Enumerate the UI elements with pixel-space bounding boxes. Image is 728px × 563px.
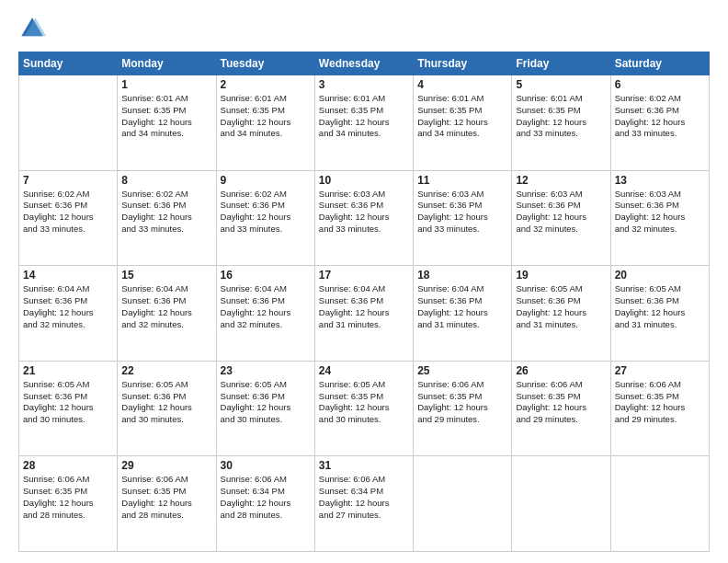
page: SundayMondayTuesdayWednesdayThursdayFrid… [0, 0, 728, 563]
cell-day-number: 25 [417, 364, 507, 377]
cell-info: Sunrise: 6:05 AMSunset: 6:35 PMDaylight:… [319, 379, 409, 426]
cell-day-number: 9 [221, 174, 311, 187]
cell-day-number: 11 [417, 174, 507, 187]
calendar-cell: 8Sunrise: 6:02 AMSunset: 6:36 PMDaylight… [118, 170, 216, 266]
cell-day-number: 3 [319, 78, 409, 91]
day-header-thursday: Thursday [414, 52, 512, 75]
cell-info: Sunrise: 6:01 AMSunset: 6:35 PMDaylight:… [417, 93, 507, 140]
calendar-cell: 31Sunrise: 6:06 AMSunset: 6:34 PMDayligh… [314, 456, 413, 552]
cell-day-number: 2 [221, 78, 311, 91]
calendar-cell: 26Sunrise: 6:06 AMSunset: 6:35 PMDayligh… [512, 361, 610, 456]
cell-info: Sunrise: 6:04 AMSunset: 6:36 PMDaylight:… [319, 283, 409, 330]
cell-day-number: 4 [417, 78, 507, 91]
calendar-cell: 18Sunrise: 6:04 AMSunset: 6:36 PMDayligh… [414, 266, 512, 362]
cell-day-number: 12 [516, 174, 606, 187]
calendar-cell: 27Sunrise: 6:06 AMSunset: 6:35 PMDayligh… [610, 361, 709, 456]
cell-day-number: 14 [23, 269, 113, 282]
calendar-cell: 5Sunrise: 6:01 AMSunset: 6:35 PMDaylight… [512, 75, 610, 171]
cell-day-number: 28 [23, 459, 113, 472]
day-header-sunday: Sunday [19, 52, 118, 75]
calendar-week-4: 21Sunrise: 6:05 AMSunset: 6:36 PMDayligh… [19, 361, 710, 456]
cell-info: Sunrise: 6:01 AMSunset: 6:35 PMDaylight:… [221, 93, 311, 140]
cell-day-number: 1 [121, 78, 211, 91]
cell-info: Sunrise: 6:01 AMSunset: 6:35 PMDaylight:… [516, 93, 606, 140]
calendar-cell: 14Sunrise: 6:04 AMSunset: 6:36 PMDayligh… [19, 266, 118, 362]
calendar-cell: 1Sunrise: 6:01 AMSunset: 6:35 PMDaylight… [118, 75, 216, 171]
cell-day-number: 7 [23, 174, 113, 187]
calendar-cell: 21Sunrise: 6:05 AMSunset: 6:36 PMDayligh… [19, 361, 118, 456]
cell-info: Sunrise: 6:04 AMSunset: 6:36 PMDaylight:… [417, 283, 507, 330]
calendar-week-5: 28Sunrise: 6:06 AMSunset: 6:35 PMDayligh… [19, 456, 710, 552]
cell-info: Sunrise: 6:01 AMSunset: 6:35 PMDaylight:… [121, 93, 211, 140]
cell-day-number: 27 [615, 364, 705, 377]
logo-icon [18, 15, 46, 42]
calendar-cell: 15Sunrise: 6:04 AMSunset: 6:36 PMDayligh… [118, 266, 216, 362]
calendar-cell: 6Sunrise: 6:02 AMSunset: 6:36 PMDaylight… [610, 75, 709, 171]
cell-day-number: 22 [121, 364, 211, 377]
cell-info: Sunrise: 6:02 AMSunset: 6:36 PMDaylight:… [23, 189, 113, 236]
calendar-cell: 24Sunrise: 6:05 AMSunset: 6:35 PMDayligh… [314, 361, 413, 456]
day-header-saturday: Saturday [610, 52, 709, 75]
calendar-table: SundayMondayTuesdayWednesdayThursdayFrid… [18, 52, 710, 552]
cell-info: Sunrise: 6:03 AMSunset: 6:36 PMDaylight:… [516, 189, 606, 236]
day-header-monday: Monday [118, 52, 216, 75]
cell-day-number: 17 [319, 269, 409, 282]
calendar-week-1: 1Sunrise: 6:01 AMSunset: 6:35 PMDaylight… [19, 75, 710, 171]
calendar-cell: 22Sunrise: 6:05 AMSunset: 6:36 PMDayligh… [118, 361, 216, 456]
cell-info: Sunrise: 6:06 AMSunset: 6:34 PMDaylight:… [319, 474, 409, 521]
cell-day-number: 24 [319, 364, 409, 377]
cell-day-number: 13 [615, 174, 705, 187]
calendar-cell: 12Sunrise: 6:03 AMSunset: 6:36 PMDayligh… [512, 170, 610, 266]
day-header-wednesday: Wednesday [314, 52, 413, 75]
cell-day-number: 20 [615, 269, 705, 282]
cell-info: Sunrise: 6:02 AMSunset: 6:36 PMDaylight:… [615, 93, 705, 140]
calendar-cell: 19Sunrise: 6:05 AMSunset: 6:36 PMDayligh… [512, 266, 610, 362]
cell-info: Sunrise: 6:04 AMSunset: 6:36 PMDaylight:… [221, 283, 311, 330]
cell-info: Sunrise: 6:05 AMSunset: 6:36 PMDaylight:… [121, 379, 211, 426]
cell-info: Sunrise: 6:02 AMSunset: 6:36 PMDaylight:… [221, 189, 311, 236]
calendar-cell [19, 75, 118, 171]
cell-day-number: 10 [319, 174, 409, 187]
calendar-cell: 25Sunrise: 6:06 AMSunset: 6:35 PMDayligh… [414, 361, 512, 456]
cell-info: Sunrise: 6:01 AMSunset: 6:35 PMDaylight:… [319, 93, 409, 140]
cell-info: Sunrise: 6:05 AMSunset: 6:36 PMDaylight:… [615, 283, 705, 330]
calendar-cell: 3Sunrise: 6:01 AMSunset: 6:35 PMDaylight… [314, 75, 413, 171]
cell-info: Sunrise: 6:06 AMSunset: 6:35 PMDaylight:… [23, 474, 113, 521]
cell-info: Sunrise: 6:06 AMSunset: 6:35 PMDaylight:… [121, 474, 211, 521]
calendar-cell: 9Sunrise: 6:02 AMSunset: 6:36 PMDaylight… [216, 170, 314, 266]
day-header-friday: Friday [512, 52, 610, 75]
calendar-cell: 23Sunrise: 6:05 AMSunset: 6:36 PMDayligh… [216, 361, 314, 456]
calendar-cell: 10Sunrise: 6:03 AMSunset: 6:36 PMDayligh… [314, 170, 413, 266]
calendar-cell [610, 456, 709, 552]
calendar-cell: 11Sunrise: 6:03 AMSunset: 6:36 PMDayligh… [414, 170, 512, 266]
cell-info: Sunrise: 6:06 AMSunset: 6:35 PMDaylight:… [615, 379, 705, 426]
cell-day-number: 6 [615, 78, 705, 91]
cell-day-number: 15 [121, 269, 211, 282]
calendar-cell: 17Sunrise: 6:04 AMSunset: 6:36 PMDayligh… [314, 266, 413, 362]
cell-info: Sunrise: 6:03 AMSunset: 6:36 PMDaylight:… [417, 189, 507, 236]
calendar-week-2: 7Sunrise: 6:02 AMSunset: 6:36 PMDaylight… [19, 170, 710, 266]
cell-info: Sunrise: 6:04 AMSunset: 6:36 PMDaylight:… [23, 283, 113, 330]
day-header-tuesday: Tuesday [216, 52, 314, 75]
cell-day-number: 21 [23, 364, 113, 377]
cell-info: Sunrise: 6:06 AMSunset: 6:35 PMDaylight:… [417, 379, 507, 426]
calendar-cell: 4Sunrise: 6:01 AMSunset: 6:35 PMDaylight… [414, 75, 512, 171]
calendar-cell: 7Sunrise: 6:02 AMSunset: 6:36 PMDaylight… [19, 170, 118, 266]
calendar-cell: 28Sunrise: 6:06 AMSunset: 6:35 PMDayligh… [19, 456, 118, 552]
cell-info: Sunrise: 6:05 AMSunset: 6:36 PMDaylight:… [516, 283, 606, 330]
cell-info: Sunrise: 6:03 AMSunset: 6:36 PMDaylight:… [615, 189, 705, 236]
cell-info: Sunrise: 6:02 AMSunset: 6:36 PMDaylight:… [121, 189, 211, 236]
cell-day-number: 31 [319, 459, 409, 472]
calendar-cell [512, 456, 610, 552]
cell-day-number: 5 [516, 78, 606, 91]
calendar-cell: 2Sunrise: 6:01 AMSunset: 6:35 PMDaylight… [216, 75, 314, 171]
cell-info: Sunrise: 6:06 AMSunset: 6:35 PMDaylight:… [516, 379, 606, 426]
cell-info: Sunrise: 6:05 AMSunset: 6:36 PMDaylight:… [23, 379, 113, 426]
calendar-cell: 16Sunrise: 6:04 AMSunset: 6:36 PMDayligh… [216, 266, 314, 362]
calendar-header-row: SundayMondayTuesdayWednesdayThursdayFrid… [19, 52, 710, 75]
logo [18, 15, 50, 42]
cell-info: Sunrise: 6:06 AMSunset: 6:34 PMDaylight:… [221, 474, 311, 521]
calendar-cell: 30Sunrise: 6:06 AMSunset: 6:34 PMDayligh… [216, 456, 314, 552]
cell-day-number: 23 [221, 364, 311, 377]
cell-day-number: 26 [516, 364, 606, 377]
